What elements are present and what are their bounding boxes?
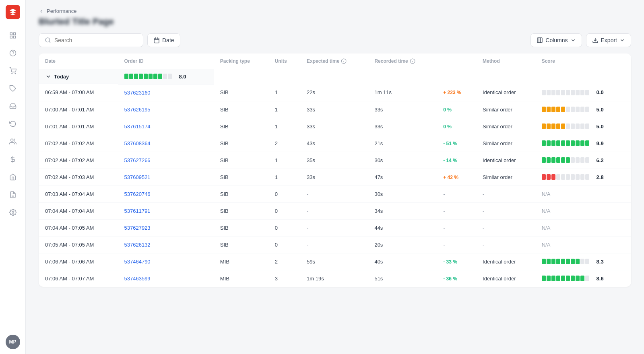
cell-units: 1 [268, 152, 300, 169]
cell-order-id: 537626132 [118, 236, 214, 253]
order-id-link[interactable]: 537626195 [124, 107, 151, 113]
sidebar-item-help[interactable] [5, 45, 21, 61]
order-id-link[interactable]: 537626132 [124, 242, 151, 248]
cell-pct: + 223 % [437, 84, 476, 101]
cell-expected-time: 59s [300, 253, 368, 270]
sidebar-item-people[interactable] [5, 134, 21, 150]
order-id-link[interactable]: 537627266 [124, 157, 151, 163]
sidebar-item-dashboard[interactable] [5, 27, 21, 43]
cell-expected-time: - [300, 236, 368, 253]
cell-order-id: 537608364 [118, 135, 214, 152]
search-box[interactable] [39, 33, 143, 47]
order-id-link[interactable]: 537609521 [124, 174, 151, 180]
cell-recorded-time: 51s [368, 270, 437, 287]
toolbar: Date Columns Export [26, 33, 644, 47]
cell-recorded-time: 34s [368, 202, 437, 219]
columns-icon [537, 37, 543, 43]
cell-score: 5.0 [535, 101, 631, 118]
search-icon [45, 37, 51, 43]
app-logo[interactable] [6, 5, 20, 19]
sidebar-item-labels[interactable] [5, 80, 21, 97]
cell-pct: 0 % [437, 118, 476, 135]
cell-recorded-time: 40s [368, 253, 437, 270]
order-id-link[interactable]: 537620746 [124, 191, 151, 197]
order-id-link[interactable]: 537627923 [124, 225, 151, 231]
col-order-id: Order ID [118, 54, 214, 69]
order-id-link[interactable]: 537615174 [124, 123, 151, 130]
sidebar-item-inbox[interactable] [5, 98, 21, 114]
col-expected-time: Expected time [300, 54, 368, 69]
cell-date: 07:02 AM - 07:03 AM [39, 169, 118, 185]
recorded-time-info-icon [410, 58, 415, 64]
svg-rect-0 [10, 33, 12, 35]
table-row: 07:06 AM - 07:07 AM537463599MIB31m 19s51… [39, 270, 631, 287]
cell-packing-type: SIB [214, 118, 268, 135]
cell-units: 1 [268, 101, 300, 118]
order-id-link[interactable]: 537608364 [124, 140, 151, 146]
sidebar-item-reports[interactable] [5, 187, 21, 203]
cell-packing-type: SIB [214, 135, 268, 152]
date-button[interactable]: Date [147, 33, 180, 47]
cell-packing-type: MIB [214, 270, 268, 287]
sidebar-item-returns[interactable] [5, 116, 21, 132]
cell-recorded-time: 44s [368, 219, 437, 236]
svg-point-7 [15, 73, 16, 74]
cell-units: 0 [268, 219, 300, 236]
cell-expected-time: 35s [300, 152, 368, 169]
cell-date: 07:06 AM - 07:07 AM [39, 270, 118, 287]
cell-pct: - 14 % [437, 152, 476, 169]
group-score: 8.0 [118, 69, 214, 84]
col-units: Units [268, 54, 300, 69]
cell-order-id: 537626195 [118, 101, 214, 118]
cell-packing-type: SIB [214, 152, 268, 169]
date-label: Date [162, 37, 174, 43]
cell-date: 07:02 AM - 07:02 AM [39, 152, 118, 169]
cell-score: N/A [535, 236, 631, 253]
columns-label: Columns [545, 37, 568, 43]
sidebar-item-orders[interactable] [5, 63, 21, 79]
order-id-link[interactable]: 537464790 [124, 259, 151, 265]
search-input[interactable] [54, 37, 137, 43]
order-id-link[interactable]: 537611791 [124, 208, 151, 214]
sidebar-item-finance[interactable] [5, 151, 21, 167]
breadcrumb[interactable]: Performance [39, 8, 631, 14]
cell-expected-time: - [300, 219, 368, 236]
cell-packing-type: SIB [214, 219, 268, 236]
chevron-down-icon[interactable] [45, 73, 52, 80]
cell-score: 9.9 [535, 135, 631, 152]
cell-method: Similar order [476, 169, 535, 185]
sidebar-item-settings[interactable] [5, 204, 21, 220]
cell-expected-time: 22s [300, 84, 368, 101]
cell-pct: - [437, 236, 476, 253]
user-avatar[interactable]: MP [6, 335, 20, 349]
cell-packing-type: SIB [214, 101, 268, 118]
calendar-icon [153, 37, 160, 43]
table-row: 07:05 AM - 07:05 AM537626132SIB0-20s--N/… [39, 236, 631, 253]
order-id-link[interactable]: 537623160 [124, 90, 151, 96]
cell-method: Identical order [476, 270, 535, 287]
table-row: 07:02 AM - 07:03 AM537609521SIB133s47s+ … [39, 169, 631, 185]
toolbar-right: Columns Export [530, 33, 631, 47]
cell-order-id: 537463599 [118, 270, 214, 287]
sidebar-item-warehouse[interactable] [5, 169, 21, 185]
cell-expected-time: - [300, 185, 368, 202]
cell-order-id: 537611791 [118, 202, 214, 219]
order-id-link[interactable]: 537463599 [124, 276, 151, 282]
table-row: 07:03 AM - 07:04 AM537620746SIB0-30s--N/… [39, 185, 631, 202]
cell-score: N/A [535, 219, 631, 236]
svg-point-13 [12, 212, 14, 214]
export-button[interactable]: Export [586, 33, 631, 47]
page-title: Blurted Title Page [39, 16, 631, 27]
cell-packing-type: SIB [214, 202, 268, 219]
cell-expected-time: - [300, 202, 368, 219]
cell-method: - [476, 185, 535, 202]
cell-expected-time: 33s [300, 118, 368, 135]
cell-score: 6.2 [535, 152, 631, 169]
cell-packing-type: SIB [214, 185, 268, 202]
group-row: Today 8.0 [39, 69, 631, 84]
columns-button[interactable]: Columns [530, 33, 582, 47]
col-packing-type: Packing type [214, 54, 268, 69]
cell-method: Similar order [476, 135, 535, 152]
cell-recorded-time: 30s [368, 185, 437, 202]
cell-recorded-time: 33s [368, 118, 437, 135]
